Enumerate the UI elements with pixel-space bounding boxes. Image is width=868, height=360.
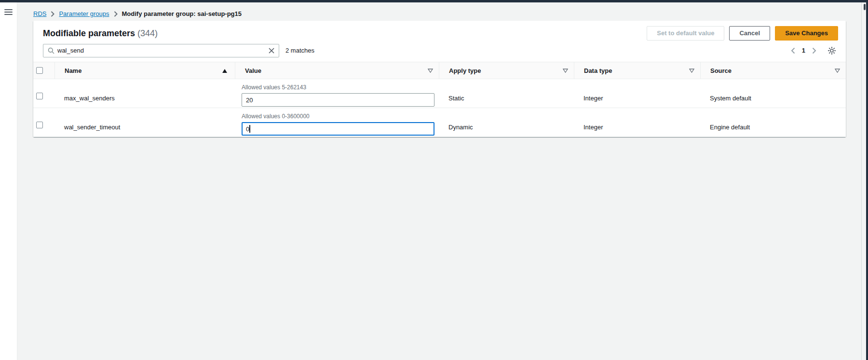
breadcrumb-current: Modify parameter group: sai-setup-pg15 — [122, 10, 242, 17]
row-checkbox[interactable] — [36, 122, 43, 128]
value-cell: Allowed values 0-3600000 — [235, 108, 439, 137]
column-header-data-type[interactable]: Data type — [574, 62, 700, 79]
row-select-cell — [33, 79, 54, 108]
parameter-search — [43, 44, 279, 57]
apply-type-value: Static — [439, 79, 574, 108]
value-cell: Allowed values 5-262143 — [235, 79, 439, 108]
cancel-button[interactable]: Cancel — [729, 26, 770, 41]
page-number[interactable]: 1 — [799, 47, 808, 54]
header-actions: Set to default value Cancel Save Changes — [647, 26, 838, 41]
sort-ascending-icon — [222, 67, 227, 74]
data-type-value: Integer — [574, 108, 700, 137]
chevron-right-icon — [114, 11, 118, 17]
chevron-right-icon[interactable] — [808, 45, 820, 56]
breadcrumb-link-parameter-groups[interactable]: Parameter groups — [59, 10, 109, 17]
value-input[interactable] — [242, 122, 434, 136]
filter-icon[interactable] — [563, 67, 568, 74]
row-select-cell — [33, 108, 54, 137]
table-header-row: Name Value Apply type — [33, 62, 846, 79]
page-title-text: Modifiable parameters — [43, 28, 135, 38]
parameter-name: wal_sender_timeout — [54, 108, 235, 137]
select-all-checkbox[interactable] — [36, 67, 43, 74]
search-input[interactable] — [57, 47, 264, 54]
top-nav-bar — [0, 0, 868, 2]
close-icon[interactable] — [264, 44, 279, 57]
table-toolbar: 2 matches 1 — [33, 42, 846, 62]
apply-type-value: Dynamic — [439, 108, 574, 137]
pagination: 1 — [787, 45, 838, 56]
source-value: System default — [700, 79, 846, 108]
allowed-values-hint: Allowed values 0-3600000 — [242, 113, 434, 120]
modifiable-parameters-card: Modifiable parameters (344) Set to defau… — [33, 21, 846, 137]
column-label: Value — [245, 67, 261, 74]
chevron-left-icon[interactable] — [787, 45, 799, 56]
set-to-default-button[interactable]: Set to default value — [647, 26, 724, 41]
save-changes-button[interactable]: Save Changes — [775, 26, 838, 41]
main-content: RDS Parameter groups Modify parameter gr… — [18, 2, 861, 360]
parameter-name: max_wal_senders — [54, 79, 235, 108]
card-header: Modifiable parameters (344) Set to defau… — [33, 21, 846, 42]
hamburger-icon[interactable] — [4, 8, 13, 16]
parameters-table: Name Value Apply type — [33, 62, 846, 137]
select-all-cell — [33, 62, 54, 79]
table-row: wal_sender_timeout Allowed values 0-3600… — [33, 108, 846, 137]
data-type-value: Integer — [574, 79, 700, 108]
filter-icon[interactable] — [689, 67, 694, 74]
value-input[interactable] — [242, 93, 434, 107]
gear-icon[interactable] — [826, 45, 838, 56]
vertical-scrollbar[interactable] — [861, 2, 866, 360]
text-cursor — [249, 125, 250, 133]
column-label: Data type — [584, 67, 612, 74]
row-checkbox[interactable] — [36, 93, 43, 99]
match-count: 2 matches — [285, 47, 314, 54]
breadcrumb: RDS Parameter groups Modify parameter gr… — [33, 10, 242, 17]
filter-icon[interactable] — [835, 67, 840, 74]
search-icon — [48, 47, 54, 54]
column-header-apply-type[interactable]: Apply type — [439, 62, 574, 79]
column-header-name[interactable]: Name — [54, 62, 235, 79]
table-row: max_wal_senders Allowed values 5-262143 … — [33, 79, 846, 108]
chevron-right-icon — [51, 11, 54, 17]
column-label: Source — [710, 67, 732, 74]
allowed-values-hint: Allowed values 5-262143 — [242, 84, 434, 91]
page-title: Modifiable parameters (344) — [43, 28, 158, 39]
column-header-value[interactable]: Value — [235, 62, 439, 79]
breadcrumb-link-rds[interactable]: RDS — [33, 10, 46, 17]
column-label: Name — [65, 67, 81, 74]
parameter-count: (344) — [137, 28, 158, 38]
source-value: Engine default — [700, 108, 846, 137]
scrollbar-thumb[interactable] — [864, 4, 866, 10]
column-label: Apply type — [449, 67, 481, 74]
right-panel-edge — [866, 0, 868, 360]
sidebar-rail — [0, 2, 17, 360]
column-header-source[interactable]: Source — [700, 62, 846, 79]
filter-icon[interactable] — [428, 67, 433, 74]
